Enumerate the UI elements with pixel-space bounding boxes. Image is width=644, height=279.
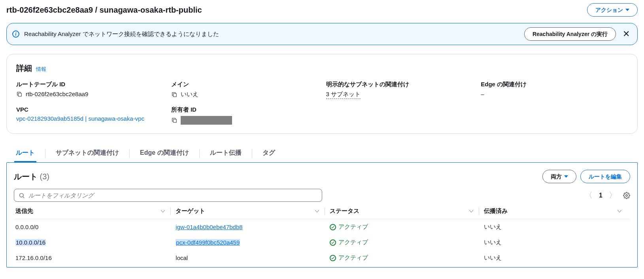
vpc-link[interactable]: vpc-02182930a9ab5185d | sunagawa-osaka-v… bbox=[16, 115, 144, 122]
cell-propagated: いいえ bbox=[482, 235, 630, 250]
both-filter-label: 両方 bbox=[551, 173, 562, 180]
search-icon bbox=[19, 192, 25, 199]
col-destination-label: 送信先 bbox=[15, 207, 33, 215]
sort-icon bbox=[161, 210, 165, 213]
check-circle-icon bbox=[330, 255, 336, 261]
info-icon: i bbox=[12, 30, 19, 38]
next-page-button[interactable]: 〉 bbox=[609, 190, 617, 201]
cell-status: アクティブ bbox=[328, 235, 482, 250]
page-title: rtb-026f2e63cbc2e8aa9 / sunagawa-osaka-r… bbox=[6, 6, 202, 15]
close-icon[interactable]: ✕ bbox=[621, 28, 632, 40]
rtb-id-label: ルートテーブル ID bbox=[16, 81, 163, 88]
cell-propagated: いいえ bbox=[482, 219, 630, 235]
status-badge: アクティブ bbox=[330, 223, 368, 231]
banner-text: Reachability Analyzer でネットワーク接続を確認できるように… bbox=[24, 30, 519, 38]
svg-rect-0 bbox=[18, 93, 21, 96]
svg-line-4 bbox=[23, 197, 24, 198]
sort-icon bbox=[469, 210, 473, 213]
col-target-label: ターゲット bbox=[176, 207, 205, 215]
check-circle-icon bbox=[330, 224, 336, 230]
divider bbox=[129, 149, 130, 158]
cell-destination: 172.16.0.0/16 bbox=[14, 250, 174, 266]
col-status-label: ステータス bbox=[330, 207, 359, 215]
caret-down-icon bbox=[564, 175, 568, 178]
svg-point-5 bbox=[626, 194, 628, 196]
both-filter-button[interactable]: 両方 bbox=[542, 170, 576, 183]
details-panel: 詳細 情報 ルートテーブル ID rtb-026f2e63cbc2e8aa9 メ… bbox=[6, 54, 638, 134]
copy-icon[interactable] bbox=[171, 117, 178, 123]
col-status[interactable]: ステータス bbox=[328, 203, 482, 219]
cell-target: igw-01a4b0b0ebe47bdb8 bbox=[174, 219, 328, 235]
sort-icon bbox=[618, 210, 621, 213]
divider bbox=[252, 149, 252, 158]
subnet-assoc-link[interactable]: 3 サブネット bbox=[326, 91, 361, 99]
table-row: 10.0.0.0/16pcx-0df499f0bc520a459アクティブいいえ bbox=[14, 235, 630, 250]
copy-icon[interactable] bbox=[16, 91, 23, 97]
cell-destination: 10.0.0.0/16 bbox=[14, 235, 174, 250]
col-destination[interactable]: 送信先 bbox=[14, 203, 174, 219]
cell-propagated: いいえ bbox=[482, 250, 630, 266]
reachability-banner: i Reachability Analyzer でネットワーク接続を確認できるよ… bbox=[6, 23, 638, 45]
routes-title: ルート bbox=[14, 172, 38, 181]
status-badge: アクティブ bbox=[330, 254, 368, 262]
actions-button[interactable]: アクション bbox=[587, 3, 638, 17]
svg-point-3 bbox=[20, 193, 23, 197]
cell-target: local bbox=[174, 250, 328, 266]
subnet-assoc-label: 明示的なサブネットの関連付け bbox=[326, 81, 473, 88]
owner-id-label: 所有者 ID bbox=[171, 106, 318, 114]
main-label: メイン bbox=[171, 81, 318, 88]
status-badge: アクティブ bbox=[330, 239, 368, 246]
check-circle-icon bbox=[330, 239, 336, 246]
gear-icon[interactable] bbox=[623, 192, 630, 199]
svg-rect-2 bbox=[173, 119, 176, 122]
cell-status: アクティブ bbox=[328, 250, 482, 266]
divider bbox=[199, 149, 200, 158]
edge-assoc-value: – bbox=[481, 91, 628, 97]
tab-subnet-assoc[interactable]: サブネットの関連付け bbox=[54, 145, 121, 162]
prev-page-button[interactable]: 〈 bbox=[585, 190, 593, 201]
col-propagated-label: 伝播済み bbox=[484, 207, 508, 215]
routes-table: 送信先 ターゲット ステータス 伝播済み 0.0.0.0/0igw-01a4b0… bbox=[14, 203, 630, 266]
details-title: 詳細 bbox=[16, 64, 32, 72]
cell-destination: 0.0.0.0/0 bbox=[14, 219, 174, 235]
vpc-label: VPC bbox=[16, 106, 163, 113]
owner-id-redacted bbox=[181, 116, 232, 125]
routes-filter-input[interactable] bbox=[14, 189, 322, 202]
edit-routes-button[interactable]: ルートを編集 bbox=[580, 170, 630, 183]
table-row: 172.16.0.0/16localアクティブいいえ bbox=[14, 250, 630, 266]
rtb-id-value: rtb-026f2e63cbc2e8aa9 bbox=[26, 91, 88, 97]
target-link[interactable]: pcx-0df499f0bc520a459 bbox=[176, 239, 240, 246]
routes-panel: ルート (3) 両方 ルートを編集 〈 1 〉 送信先 bbox=[6, 162, 638, 268]
tab-routes[interactable]: ルート bbox=[14, 145, 36, 162]
sort-icon bbox=[315, 210, 319, 213]
tab-edge-assoc[interactable]: Edge の関連付け bbox=[138, 145, 191, 162]
col-propagated[interactable]: 伝播済み bbox=[482, 203, 630, 219]
tabs: ルート サブネットの関連付け Edge の関連付け ルート伝播 タグ bbox=[6, 145, 638, 162]
target-link[interactable]: igw-01a4b0b0ebe47bdb8 bbox=[176, 224, 242, 230]
tab-tags[interactable]: タグ bbox=[261, 145, 277, 162]
col-target[interactable]: ターゲット bbox=[174, 203, 328, 219]
page-number: 1 bbox=[599, 192, 602, 199]
main-value: いいえ bbox=[181, 91, 198, 98]
cell-target: pcx-0df499f0bc520a459 bbox=[174, 235, 328, 250]
info-link[interactable]: 情報 bbox=[36, 66, 46, 72]
copy-icon[interactable] bbox=[171, 91, 178, 98]
table-row: 0.0.0.0/0igw-01a4b0b0ebe47bdb8アクティブいいえ bbox=[14, 219, 630, 235]
routes-count: (3) bbox=[40, 172, 49, 181]
actions-button-label: アクション bbox=[595, 6, 623, 14]
edge-assoc-label: Edge の関連付け bbox=[481, 81, 628, 88]
cell-status: アクティブ bbox=[328, 219, 482, 235]
tab-route-propagation[interactable]: ルート伝播 bbox=[208, 145, 243, 162]
caret-down-icon bbox=[625, 9, 629, 11]
svg-rect-1 bbox=[173, 93, 176, 97]
run-reachability-button[interactable]: Reachability Analyzer の実行 bbox=[524, 27, 616, 41]
divider bbox=[45, 149, 45, 158]
